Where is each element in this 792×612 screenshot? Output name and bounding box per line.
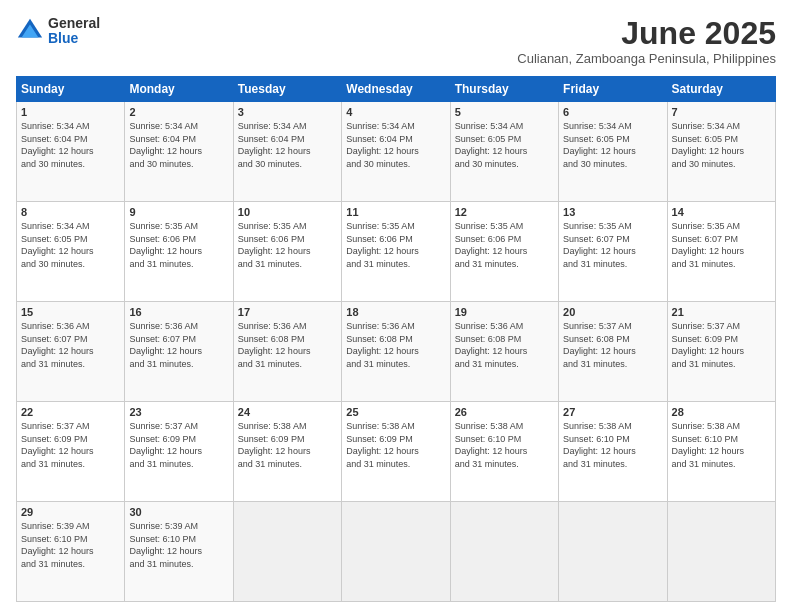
table-row: 23Sunrise: 5:37 AM Sunset: 6:09 PM Dayli…: [125, 402, 233, 502]
day-info: Sunrise: 5:34 AM Sunset: 6:04 PM Dayligh…: [129, 120, 228, 170]
col-saturday: Saturday: [667, 77, 775, 102]
calendar-week-row: 22Sunrise: 5:37 AM Sunset: 6:09 PM Dayli…: [17, 402, 776, 502]
day-info: Sunrise: 5:35 AM Sunset: 6:06 PM Dayligh…: [129, 220, 228, 270]
logo-text: General Blue: [48, 16, 100, 47]
day-info: Sunrise: 5:34 AM Sunset: 6:05 PM Dayligh…: [672, 120, 771, 170]
table-row: 27Sunrise: 5:38 AM Sunset: 6:10 PM Dayli…: [559, 402, 667, 502]
table-row: 22Sunrise: 5:37 AM Sunset: 6:09 PM Dayli…: [17, 402, 125, 502]
table-row: [667, 502, 775, 602]
day-number: 3: [238, 106, 337, 118]
day-number: 5: [455, 106, 554, 118]
table-row: 16Sunrise: 5:36 AM Sunset: 6:07 PM Dayli…: [125, 302, 233, 402]
table-row: 5Sunrise: 5:34 AM Sunset: 6:05 PM Daylig…: [450, 102, 558, 202]
day-number: 28: [672, 406, 771, 418]
table-row: 8Sunrise: 5:34 AM Sunset: 6:05 PM Daylig…: [17, 202, 125, 302]
logo-icon: [16, 17, 44, 45]
page: General Blue June 2025 Culianan, Zamboan…: [0, 0, 792, 612]
day-number: 12: [455, 206, 554, 218]
day-number: 30: [129, 506, 228, 518]
calendar-week-row: 29Sunrise: 5:39 AM Sunset: 6:10 PM Dayli…: [17, 502, 776, 602]
day-info: Sunrise: 5:36 AM Sunset: 6:08 PM Dayligh…: [238, 320, 337, 370]
day-info: Sunrise: 5:34 AM Sunset: 6:05 PM Dayligh…: [21, 220, 120, 270]
table-row: 26Sunrise: 5:38 AM Sunset: 6:10 PM Dayli…: [450, 402, 558, 502]
header: General Blue June 2025 Culianan, Zamboan…: [16, 16, 776, 66]
day-info: Sunrise: 5:36 AM Sunset: 6:07 PM Dayligh…: [21, 320, 120, 370]
day-number: 4: [346, 106, 445, 118]
table-row: [450, 502, 558, 602]
table-row: 13Sunrise: 5:35 AM Sunset: 6:07 PM Dayli…: [559, 202, 667, 302]
day-info: Sunrise: 5:35 AM Sunset: 6:07 PM Dayligh…: [563, 220, 662, 270]
table-row: [342, 502, 450, 602]
day-info: Sunrise: 5:37 AM Sunset: 6:09 PM Dayligh…: [21, 420, 120, 470]
day-info: Sunrise: 5:37 AM Sunset: 6:09 PM Dayligh…: [129, 420, 228, 470]
day-info: Sunrise: 5:34 AM Sunset: 6:04 PM Dayligh…: [21, 120, 120, 170]
day-number: 19: [455, 306, 554, 318]
table-row: 1Sunrise: 5:34 AM Sunset: 6:04 PM Daylig…: [17, 102, 125, 202]
day-number: 14: [672, 206, 771, 218]
day-info: Sunrise: 5:37 AM Sunset: 6:09 PM Dayligh…: [672, 320, 771, 370]
day-info: Sunrise: 5:35 AM Sunset: 6:06 PM Dayligh…: [238, 220, 337, 270]
day-info: Sunrise: 5:34 AM Sunset: 6:05 PM Dayligh…: [455, 120, 554, 170]
table-row: 28Sunrise: 5:38 AM Sunset: 6:10 PM Dayli…: [667, 402, 775, 502]
day-info: Sunrise: 5:35 AM Sunset: 6:06 PM Dayligh…: [346, 220, 445, 270]
table-row: [233, 502, 341, 602]
table-row: 3Sunrise: 5:34 AM Sunset: 6:04 PM Daylig…: [233, 102, 341, 202]
calendar-header-row: Sunday Monday Tuesday Wednesday Thursday…: [17, 77, 776, 102]
table-row: 15Sunrise: 5:36 AM Sunset: 6:07 PM Dayli…: [17, 302, 125, 402]
table-row: 6Sunrise: 5:34 AM Sunset: 6:05 PM Daylig…: [559, 102, 667, 202]
day-info: Sunrise: 5:39 AM Sunset: 6:10 PM Dayligh…: [21, 520, 120, 570]
day-number: 2: [129, 106, 228, 118]
calendar-week-row: 8Sunrise: 5:34 AM Sunset: 6:05 PM Daylig…: [17, 202, 776, 302]
day-number: 23: [129, 406, 228, 418]
day-info: Sunrise: 5:35 AM Sunset: 6:06 PM Dayligh…: [455, 220, 554, 270]
table-row: 19Sunrise: 5:36 AM Sunset: 6:08 PM Dayli…: [450, 302, 558, 402]
col-friday: Friday: [559, 77, 667, 102]
calendar-table: Sunday Monday Tuesday Wednesday Thursday…: [16, 76, 776, 602]
table-row: 20Sunrise: 5:37 AM Sunset: 6:08 PM Dayli…: [559, 302, 667, 402]
calendar-week-row: 1Sunrise: 5:34 AM Sunset: 6:04 PM Daylig…: [17, 102, 776, 202]
table-row: 18Sunrise: 5:36 AM Sunset: 6:08 PM Dayli…: [342, 302, 450, 402]
table-row: 24Sunrise: 5:38 AM Sunset: 6:09 PM Dayli…: [233, 402, 341, 502]
title-block: June 2025 Culianan, Zamboanga Peninsula,…: [517, 16, 776, 66]
col-wednesday: Wednesday: [342, 77, 450, 102]
day-number: 13: [563, 206, 662, 218]
table-row: 14Sunrise: 5:35 AM Sunset: 6:07 PM Dayli…: [667, 202, 775, 302]
table-row: 12Sunrise: 5:35 AM Sunset: 6:06 PM Dayli…: [450, 202, 558, 302]
day-info: Sunrise: 5:38 AM Sunset: 6:10 PM Dayligh…: [455, 420, 554, 470]
logo: General Blue: [16, 16, 100, 47]
day-info: Sunrise: 5:38 AM Sunset: 6:09 PM Dayligh…: [346, 420, 445, 470]
day-number: 17: [238, 306, 337, 318]
logo-general: General: [48, 16, 100, 31]
day-number: 26: [455, 406, 554, 418]
day-info: Sunrise: 5:38 AM Sunset: 6:10 PM Dayligh…: [672, 420, 771, 470]
day-info: Sunrise: 5:37 AM Sunset: 6:08 PM Dayligh…: [563, 320, 662, 370]
day-number: 27: [563, 406, 662, 418]
day-number: 20: [563, 306, 662, 318]
col-monday: Monday: [125, 77, 233, 102]
calendar-week-row: 15Sunrise: 5:36 AM Sunset: 6:07 PM Dayli…: [17, 302, 776, 402]
table-row: 17Sunrise: 5:36 AM Sunset: 6:08 PM Dayli…: [233, 302, 341, 402]
day-info: Sunrise: 5:36 AM Sunset: 6:07 PM Dayligh…: [129, 320, 228, 370]
day-number: 1: [21, 106, 120, 118]
table-row: 10Sunrise: 5:35 AM Sunset: 6:06 PM Dayli…: [233, 202, 341, 302]
day-info: Sunrise: 5:38 AM Sunset: 6:09 PM Dayligh…: [238, 420, 337, 470]
subtitle: Culianan, Zamboanga Peninsula, Philippin…: [517, 51, 776, 66]
table-row: 25Sunrise: 5:38 AM Sunset: 6:09 PM Dayli…: [342, 402, 450, 502]
day-info: Sunrise: 5:38 AM Sunset: 6:10 PM Dayligh…: [563, 420, 662, 470]
main-title: June 2025: [517, 16, 776, 51]
day-number: 24: [238, 406, 337, 418]
day-number: 9: [129, 206, 228, 218]
day-number: 8: [21, 206, 120, 218]
table-row: 9Sunrise: 5:35 AM Sunset: 6:06 PM Daylig…: [125, 202, 233, 302]
day-number: 22: [21, 406, 120, 418]
col-tuesday: Tuesday: [233, 77, 341, 102]
day-info: Sunrise: 5:35 AM Sunset: 6:07 PM Dayligh…: [672, 220, 771, 270]
table-row: 4Sunrise: 5:34 AM Sunset: 6:04 PM Daylig…: [342, 102, 450, 202]
day-number: 21: [672, 306, 771, 318]
day-info: Sunrise: 5:34 AM Sunset: 6:04 PM Dayligh…: [346, 120, 445, 170]
day-number: 11: [346, 206, 445, 218]
day-info: Sunrise: 5:39 AM Sunset: 6:10 PM Dayligh…: [129, 520, 228, 570]
day-number: 7: [672, 106, 771, 118]
table-row: 21Sunrise: 5:37 AM Sunset: 6:09 PM Dayli…: [667, 302, 775, 402]
table-row: 29Sunrise: 5:39 AM Sunset: 6:10 PM Dayli…: [17, 502, 125, 602]
